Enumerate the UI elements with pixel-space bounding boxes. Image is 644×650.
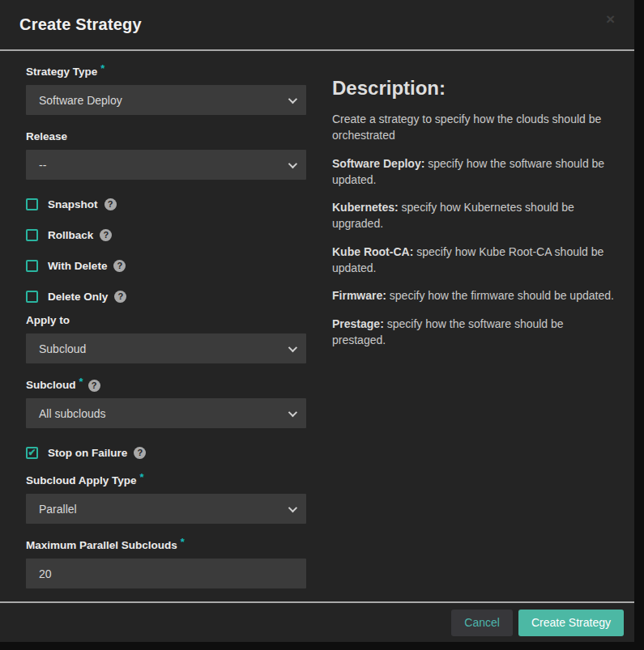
stop-on-failure-checkbox-row: ✔ Stop on Failure ?	[26, 446, 306, 459]
chevron-down-icon	[288, 159, 297, 168]
strategy-form: Strategy Type * Software Deploy Release …	[26, 66, 306, 601]
required-marker: *	[181, 536, 185, 549]
help-icon[interactable]: ?	[104, 198, 117, 210]
check-icon: ✔	[28, 448, 36, 457]
rollback-label: Rollback	[48, 229, 93, 241]
subcloud-value: All subclouds	[39, 407, 288, 420]
modal-title: Create Strategy	[19, 15, 142, 34]
description-item: Firmware: specify how the firmware shoul…	[332, 287, 616, 304]
strategy-type-label: Strategy Type *	[26, 66, 306, 79]
description-item: Software Deploy: specify how the softwar…	[332, 155, 616, 189]
subcloud-label: Subcloud * ?	[26, 379, 306, 392]
max-parallel-subclouds-label: Maximum Parallel Subclouds *	[26, 539, 306, 552]
description-item: Prestage: specify how the software shoul…	[332, 316, 616, 349]
chevron-down-icon	[288, 342, 297, 351]
subcloud-apply-type-select[interactable]: Parallel	[26, 494, 306, 524]
modal-header: Create Strategy ×	[0, 0, 634, 51]
chevron-down-icon	[288, 407, 297, 416]
rollback-checkbox-row: Rollback ?	[26, 228, 306, 241]
required-marker: *	[79, 376, 83, 389]
delete-only-label: Delete Only	[48, 291, 108, 303]
help-icon[interactable]: ?	[88, 380, 100, 392]
create-strategy-modal: Create Strategy × Strategy Type * Softwa…	[0, 0, 634, 642]
snapshot-label: Snapshot	[48, 198, 98, 210]
with-delete-label: With Delete	[48, 260, 107, 272]
chevron-down-icon	[288, 94, 297, 103]
close-icon[interactable]: ×	[606, 11, 615, 27]
stop-on-failure-checkbox[interactable]: ✔	[26, 447, 38, 459]
description-intro: Create a strategy to specify how the clo…	[332, 111, 616, 144]
rollback-checkbox[interactable]	[26, 229, 38, 241]
modal-body: Strategy Type * Software Deploy Release …	[0, 51, 634, 601]
release-select[interactable]: --	[26, 150, 306, 180]
apply-to-select[interactable]: Subcloud	[26, 333, 306, 363]
chevron-down-icon	[288, 503, 297, 512]
modal-footer: Cancel Create Strategy	[0, 601, 634, 642]
delete-only-checkbox-row: Delete Only ?	[26, 290, 306, 303]
apply-to-label: Apply to	[26, 314, 306, 327]
strategy-type-select[interactable]: Software Deploy	[26, 85, 306, 115]
subcloud-apply-type-label: Subcloud Apply Type *	[26, 474, 306, 487]
strategy-type-value: Software Deploy	[39, 94, 288, 107]
stop-on-failure-label: Stop on Failure	[48, 447, 127, 459]
required-marker: *	[140, 471, 144, 484]
delete-only-checkbox[interactable]	[26, 291, 38, 303]
create-strategy-button[interactable]: Create Strategy	[518, 610, 624, 636]
help-icon[interactable]: ?	[113, 260, 126, 272]
max-parallel-subclouds-input[interactable]	[26, 559, 306, 588]
subcloud-select[interactable]: All subclouds	[26, 398, 306, 428]
apply-to-value: Subcloud	[39, 342, 288, 355]
description-panel: Description: Create a strategy to specif…	[332, 66, 620, 601]
release-value: --	[39, 159, 288, 172]
subcloud-apply-type-value: Parallel	[39, 503, 288, 516]
required-marker: *	[100, 62, 104, 75]
help-icon[interactable]: ?	[100, 229, 112, 241]
description-item: Kube Root-CA: specify how Kube Root-CA s…	[332, 244, 616, 277]
snapshot-checkbox[interactable]	[26, 198, 38, 210]
with-delete-checkbox[interactable]	[26, 260, 38, 272]
help-icon[interactable]: ?	[134, 447, 146, 459]
help-icon[interactable]: ?	[114, 291, 126, 303]
description-item: Kubernetes: specify how Kubernetes shoul…	[332, 199, 616, 232]
description-heading: Description:	[332, 77, 616, 100]
with-delete-checkbox-row: With Delete ?	[26, 259, 306, 272]
snapshot-checkbox-row: Snapshot ?	[26, 198, 306, 210]
cancel-button[interactable]: Cancel	[451, 610, 513, 636]
release-label: Release	[26, 130, 306, 143]
